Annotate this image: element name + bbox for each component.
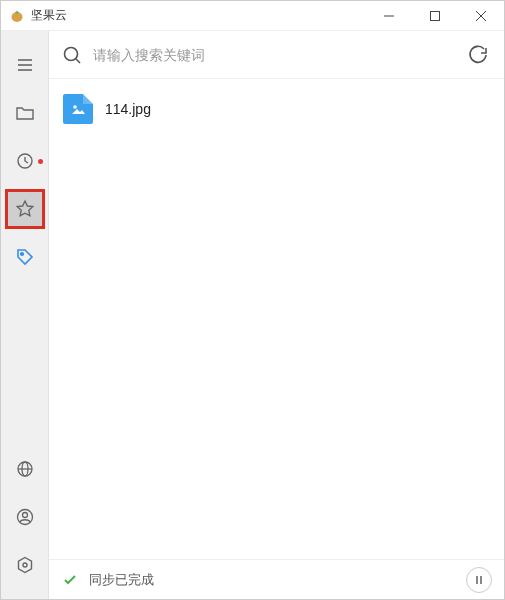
status-bar: 同步已完成 [49, 559, 504, 599]
minimize-button[interactable] [366, 1, 412, 31]
file-name: 114.jpg [105, 101, 151, 117]
sidebar [1, 31, 49, 599]
sidebar-item-folder[interactable] [5, 93, 45, 133]
star-icon [15, 199, 35, 219]
sidebar-item-web[interactable] [5, 449, 45, 489]
file-item[interactable]: 114.jpg [63, 89, 490, 129]
menu-icon [15, 55, 35, 75]
svg-line-18 [76, 59, 80, 63]
svg-rect-21 [480, 576, 482, 584]
user-icon [15, 507, 35, 527]
sidebar-item-account[interactable] [5, 497, 45, 537]
sidebar-item-settings[interactable] [5, 545, 45, 585]
svg-point-16 [23, 563, 27, 567]
settings-icon [15, 555, 35, 575]
status-text: 同步已完成 [89, 571, 456, 589]
svg-point-9 [20, 253, 23, 256]
file-list: 114.jpg [49, 79, 504, 559]
notification-dot [38, 159, 43, 164]
check-icon [61, 571, 79, 589]
sidebar-item-tag[interactable] [5, 237, 45, 277]
pause-button[interactable] [466, 567, 492, 593]
svg-point-17 [65, 47, 78, 60]
pause-icon [474, 575, 484, 585]
search-bar [49, 31, 504, 79]
refresh-button[interactable] [464, 41, 492, 69]
search-input[interactable] [93, 47, 454, 63]
svg-rect-2 [431, 11, 440, 20]
content-area: 114.jpg 同步已完成 [49, 31, 504, 599]
window-titlebar: 坚果云 [1, 1, 504, 31]
globe-icon [15, 459, 35, 479]
maximize-button[interactable] [412, 1, 458, 31]
search-icon [61, 44, 83, 66]
svg-point-19 [73, 105, 77, 109]
svg-point-14 [22, 513, 27, 518]
window-title: 坚果云 [31, 7, 67, 24]
refresh-icon [468, 45, 488, 65]
svg-rect-20 [476, 576, 478, 584]
image-file-icon [63, 94, 93, 124]
folder-icon [15, 103, 35, 123]
sidebar-item-recent[interactable] [5, 141, 45, 181]
sidebar-item-menu[interactable] [5, 45, 45, 85]
app-icon [9, 8, 25, 24]
close-button[interactable] [458, 1, 504, 31]
sidebar-item-starred[interactable] [5, 189, 45, 229]
svg-marker-15 [18, 558, 31, 573]
clock-icon [15, 151, 35, 171]
tag-icon [15, 247, 35, 267]
